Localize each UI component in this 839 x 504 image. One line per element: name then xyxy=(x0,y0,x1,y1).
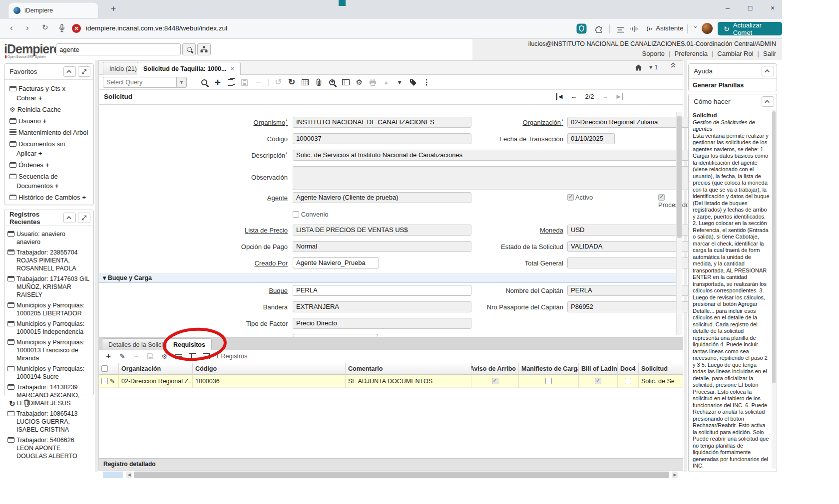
tab-solicitud-taquilla[interactable]: Solicitud de Taquilla: 1000... × xyxy=(137,62,241,75)
help-scrollbar[interactable] xyxy=(772,110,776,469)
favorites-expand-button[interactable] xyxy=(78,66,90,77)
browser-tab[interactable]: iDempiere xyxy=(8,2,99,18)
column-header[interactable]: Manifiesto de Carga xyxy=(519,363,579,375)
agente-label[interactable]: Agente xyxy=(203,194,288,202)
recent-record-item[interactable]: Trabajador: 23855704 ROJAS PIMIENTA, ROS… xyxy=(7,248,91,274)
forward-button[interactable]: › xyxy=(26,23,29,33)
activo-checkbox[interactable] xyxy=(567,194,574,201)
last-record-button[interactable]: ▶ xyxy=(617,93,623,100)
select-query-combobox[interactable] xyxy=(103,77,177,88)
recent-record-item[interactable]: Trabajador: 10865413 LUCIOS GUERRA, ISAB… xyxy=(7,409,91,435)
tipo-factor-field[interactable]: Precio Directo xyxy=(293,318,471,329)
favorite-item[interactable]: Facturas y Cts x Cobrar+ xyxy=(8,83,91,104)
link-soporte[interactable]: Soporte xyxy=(642,50,665,57)
window-close-button[interactable]: × xyxy=(765,4,780,12)
undo-button[interactable]: ↺ xyxy=(274,77,283,87)
creado-por-label[interactable]: Creado Por xyxy=(203,259,288,267)
favorites-collapse-button[interactable] xyxy=(63,66,76,77)
organismo-field[interactable]: INSTITUTO NACIONAL DE CANALIZACIONES xyxy=(293,117,471,128)
grid-toggle-button[interactable] xyxy=(301,79,310,85)
detail-grid-button[interactable] xyxy=(202,353,211,359)
favorite-item[interactable]: Secuencia de Documentos+ xyxy=(8,171,91,192)
refresh-button[interactable]: ↻ xyxy=(9,399,15,409)
detail-rows-button[interactable] xyxy=(174,354,183,359)
reload-button[interactable]: ↻ xyxy=(42,23,48,32)
window-minimize-button[interactable]: – xyxy=(720,4,735,12)
organismo-label[interactable]: Organismo xyxy=(203,119,288,126)
row-edit-pencil-icon[interactable]: ✎ xyxy=(110,378,115,385)
recent-record-item[interactable]: Trabajador: 5406626 LEON APONTE DOUGLAS … xyxy=(7,435,91,462)
zoom-across-button[interactable] xyxy=(328,79,337,85)
buque-field[interactable]: PERLA xyxy=(293,285,471,296)
waveform-icon[interactable] xyxy=(630,25,639,34)
column-header[interactable]: Bill of Lading xyxy=(579,363,618,375)
tab-requisitos[interactable]: Requisitos xyxy=(167,338,212,350)
lista-precio-label[interactable]: Lista de Precio xyxy=(203,227,288,234)
link-salir[interactable]: Salir xyxy=(763,50,776,57)
horizontal-scrollbar[interactable]: ◀ ▶ xyxy=(103,472,678,479)
buque-label[interactable]: Buque xyxy=(203,287,288,294)
window-maximize-button[interactable]: □ xyxy=(743,4,758,12)
query-dropdown-button[interactable]: ▼ xyxy=(177,77,187,88)
scrollbar-thumb[interactable] xyxy=(134,472,669,478)
collections-icon[interactable] xyxy=(616,26,624,35)
detail-new-button[interactable]: + xyxy=(104,351,113,361)
favorite-item[interactable]: Mantenimiento del Arbol xyxy=(8,127,91,138)
collapse-all-tabs-icon[interactable] xyxy=(670,62,676,69)
new-record-plus-icon[interactable]: + xyxy=(45,161,49,169)
new-record-button[interactable]: + xyxy=(213,76,222,88)
procesado-checkbox[interactable] xyxy=(658,194,665,201)
link-preferencia[interactable]: Preferencia xyxy=(674,50,707,57)
detail-export-button[interactable] xyxy=(188,353,197,359)
privacy-shield-icon[interactable] xyxy=(576,23,587,36)
convenio-checkbox[interactable] xyxy=(293,211,299,218)
assistant-icon[interactable] xyxy=(645,25,653,34)
more-options-button[interactable]: ⋮ xyxy=(422,78,431,87)
label-button[interactable] xyxy=(409,79,418,86)
parent-record-button[interactable]: ▲ xyxy=(382,79,391,85)
moneda-label[interactable]: Moneda xyxy=(478,227,563,234)
url-text[interactable]: idempiere.incanal.com.ve:8448/webui/inde… xyxy=(86,24,227,32)
form-vertical-scrollbar[interactable] xyxy=(676,112,682,335)
attachment-button[interactable] xyxy=(314,78,323,86)
column-header[interactable]: Solicitud xyxy=(639,363,674,375)
column-header[interactable]: Aviso de Arribo xyxy=(471,363,519,375)
scroll-right-arrow[interactable]: ▶ xyxy=(672,472,678,478)
registro-detallado-bar[interactable]: Registro detallado xyxy=(99,458,683,470)
detail-delete-button[interactable]: − xyxy=(132,352,141,361)
detail-edit-button[interactable]: ✎ xyxy=(118,352,127,360)
como-hacer-collapse-button[interactable] xyxy=(762,96,774,107)
new-record-plus-icon[interactable]: + xyxy=(55,182,59,190)
link-cambiar-rol[interactable]: Cambiar Rol xyxy=(717,50,753,57)
recent-record-item[interactable]: Municipios y Parroquias: 1000205 LIBERTA… xyxy=(7,300,91,319)
favorite-item[interactable]: Documentos sin Aplicar+ xyxy=(8,138,91,159)
creado-por-field[interactable]: Agente Naviero_Prueba xyxy=(293,257,379,268)
chevron-down-icon[interactable]: ⌄ xyxy=(693,22,698,29)
row-select-checkbox[interactable] xyxy=(101,378,108,384)
new-record-plus-icon[interactable]: + xyxy=(82,194,86,201)
ayuda-collapse-button[interactable] xyxy=(762,66,774,76)
site-security-error-icon[interactable]: ✕ xyxy=(72,24,81,33)
back-button[interactable]: ‹ xyxy=(10,23,13,33)
favorite-item[interactable]: Órdenes+ xyxy=(8,159,91,171)
agente-field[interactable]: Agente Naviero (Cliente de prueba) xyxy=(293,192,471,203)
process-button[interactable]: ⚙ xyxy=(355,78,364,87)
favorite-item[interactable]: Usuario+ xyxy=(8,115,91,127)
tab-list-dropdown[interactable]: ▾ 1 xyxy=(649,63,658,71)
new-record-plus-icon[interactable]: + xyxy=(38,150,42,157)
assistant-label[interactable]: Asistente xyxy=(656,24,684,32)
detail-process-button[interactable]: ⚙ xyxy=(160,353,169,360)
requery-button[interactable]: ↻ xyxy=(287,77,296,87)
recent-record-item[interactable]: Municipios y Parroquias: 1000013 Francis… xyxy=(7,337,91,364)
copy-record-button[interactable] xyxy=(227,78,236,86)
section-buque-carga[interactable]: ▾ Buque y Carga xyxy=(99,273,677,283)
new-record-plus-icon[interactable]: + xyxy=(38,94,42,102)
print-button[interactable] xyxy=(368,79,377,86)
new-tab-button[interactable]: + xyxy=(107,4,119,14)
previous-record-button[interactable]: ← xyxy=(570,93,577,100)
recent-collapse-button[interactable] xyxy=(63,213,76,223)
detail-record-button[interactable]: ▼ xyxy=(395,79,404,85)
new-record-plus-icon[interactable]: + xyxy=(43,117,47,125)
save-button[interactable] xyxy=(240,79,249,86)
report-button[interactable] xyxy=(341,79,350,85)
